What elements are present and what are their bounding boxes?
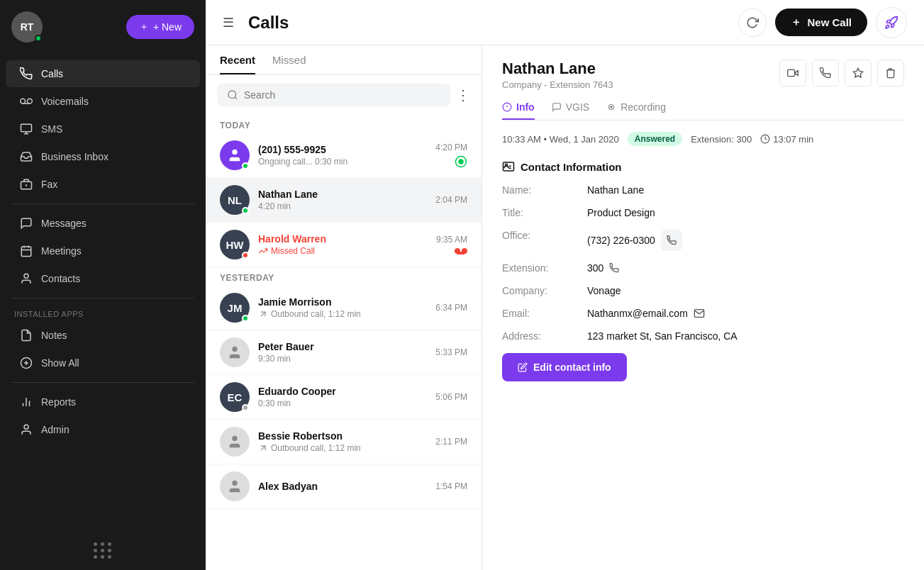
tab-missed[interactable]: Missed [272, 54, 306, 74]
call-time: 5:33 PM [435, 347, 467, 357]
notes-icon [20, 329, 33, 342]
contact-row-title: Title: Product Design [502, 207, 904, 218]
call-name: Alex Badyan [258, 481, 427, 492]
call-time: 2:04 PM [435, 195, 467, 205]
svg-rect-3 [21, 124, 32, 132]
sidebar-item-reports[interactable]: Reports [6, 389, 200, 415]
sidebar-item-fax[interactable]: Fax [6, 171, 200, 198]
call-time: 5:06 PM [435, 392, 467, 402]
call-item[interactable]: (201) 555-9925 Ongoing call... 0:30 min … [206, 133, 482, 178]
delete-button[interactable] [877, 60, 904, 86]
call-avatar [220, 337, 250, 367]
tab-vgis[interactable]: VGIS [552, 101, 589, 120]
sidebar-item-voicemails[interactable]: Voicemails [6, 88, 200, 115]
contact-card-icon [502, 160, 515, 173]
sync-icon-button[interactable] [738, 9, 767, 37]
call-sub: Missed Call [258, 246, 428, 256]
call-avatar [220, 427, 250, 457]
call-info: Eduardo Cooper 0:30 min [258, 386, 427, 408]
new-button[interactable]: ＋ + New [126, 15, 194, 39]
svg-point-12 [24, 274, 28, 278]
field-value: Product Design [587, 207, 655, 218]
sidebar-item-business-inbox[interactable]: Business Inbox [6, 143, 200, 170]
call-avatar [220, 140, 250, 170]
call-name: Peter Bauer [258, 341, 427, 352]
call-item[interactable]: NL Nathan Lane 4:20 min 2:04 PM [206, 178, 482, 223]
rocket-icon-button[interactable] [876, 7, 907, 38]
search-row: ⋮ [206, 75, 482, 115]
star-button[interactable] [845, 60, 872, 86]
rocket-icon [884, 16, 898, 30]
detail-header: Nathan Lane Company - Extension 7643 [502, 60, 904, 90]
call-name: Eduardo Cooper [258, 386, 427, 397]
call-item[interactable]: Peter Bauer 9:30 min 5:33 PM [206, 330, 482, 375]
svg-marker-33 [795, 71, 798, 76]
recording-tab-icon [606, 102, 616, 112]
svg-point-32 [232, 481, 237, 486]
field-label: Title: [502, 207, 587, 218]
field-value: 300 [587, 262, 619, 274]
call-info: Bessie Robertson Outbound call, 1:12 min [258, 430, 427, 453]
field-value: 123 market St, San Francisco, CA [587, 330, 737, 342]
dot [94, 555, 97, 559]
call-item[interactable]: Bessie Robertson Outbound call, 1:12 min… [206, 420, 482, 464]
phone-call-button[interactable] [812, 60, 839, 86]
call-name: Harold Warren [258, 233, 428, 245]
video-call-button[interactable] [779, 60, 806, 86]
hamburger-icon[interactable]: ☰ [223, 15, 234, 30]
edit-contact-button[interactable]: Edit contact info [502, 353, 627, 381]
sidebar-item-sms[interactable]: SMS [6, 116, 200, 142]
call-meta: 10:33 AM • Wed, 1 Jan 2020 Answered Exte… [502, 132, 904, 146]
tab-recording[interactable]: Recording [606, 101, 666, 120]
video-icon [787, 67, 798, 79]
phone-icon [820, 67, 831, 79]
contact-row-address: Address: 123 market St, San Francisco, C… [502, 330, 904, 342]
vgis-icon [552, 102, 562, 112]
voicemail-badge-icon [455, 247, 467, 255]
svg-point-29 [232, 347, 237, 352]
section-yesterday: YESTERDAY [206, 267, 482, 286]
sidebar-item-show-all[interactable]: Show All [6, 350, 200, 376]
dot [94, 542, 97, 546]
call-office-button[interactable] [661, 230, 682, 251]
call-item[interactable]: Alex Badyan 1:54 PM [206, 464, 482, 509]
sidebar-nav: Calls Voicemails SMS Business Inbox Fax … [0, 54, 206, 531]
call-item[interactable]: EC Eduardo Cooper 0:30 min 5:06 PM [206, 375, 482, 420]
more-options-button[interactable]: ⋮ [456, 86, 470, 104]
detail-tabs: Info VGIS Recording [502, 101, 904, 121]
field-value: Vonage [587, 285, 621, 296]
sidebar-item-contacts[interactable]: Contacts [6, 265, 200, 292]
sidebar-item-messages[interactable]: Messages [6, 210, 200, 237]
tab-recent[interactable]: Recent [220, 54, 255, 74]
new-call-button[interactable]: ＋ New Call [775, 9, 867, 36]
trash-icon [885, 67, 896, 79]
svg-point-1 [28, 99, 33, 104]
field-value: (732) 226-0300 [587, 230, 682, 251]
page-title: Calls [248, 13, 730, 33]
call-name: (201) 555-9925 [258, 144, 427, 155]
dots-grid[interactable] [94, 542, 112, 559]
svg-line-31 [261, 446, 265, 450]
sidebar-item-notes[interactable]: Notes [6, 322, 200, 349]
tab-info[interactable]: Info [502, 101, 535, 120]
messages-icon [20, 217, 33, 230]
search-input[interactable] [244, 89, 440, 101]
sidebar-top: RT ＋ + New [0, 0, 206, 54]
svg-point-24 [459, 160, 463, 164]
call-item[interactable]: JM Jamie Morrison Outbound call, 1:12 mi… [206, 286, 482, 330]
call-item[interactable]: HW Harold Warren Missed Call 9:35 AM [206, 223, 482, 267]
call-sub: 4:20 min [258, 201, 427, 211]
svg-point-20 [228, 91, 236, 99]
svg-rect-8 [21, 247, 31, 257]
sidebar: RT ＋ + New Calls Voicemails SMS Business… [0, 0, 206, 570]
sidebar-item-meetings[interactable]: Meetings [6, 238, 200, 264]
sidebar-item-admin[interactable]: Admin [6, 416, 200, 443]
edit-icon [518, 362, 528, 372]
sidebar-item-calls[interactable]: Calls [6, 60, 200, 87]
svg-rect-27 [457, 252, 464, 255]
call-sub: Outbound call, 1:12 min [258, 443, 427, 453]
outbound-icon [258, 309, 268, 319]
search-bar [217, 84, 450, 106]
call-time: 4:20 PM [435, 142, 467, 168]
phone-small-icon [667, 235, 677, 245]
